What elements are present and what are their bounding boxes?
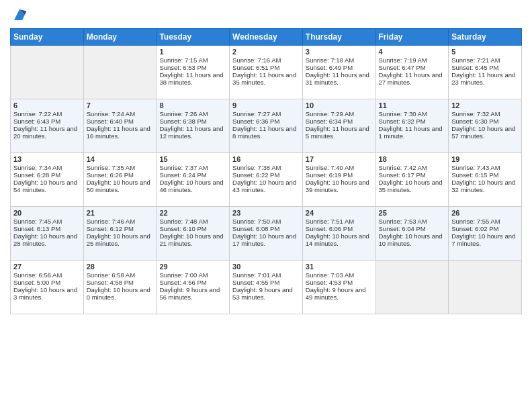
calendar-cell: 16Sunrise: 7:38 AMSunset: 6:22 PMDayligh… [230, 153, 303, 207]
day-detail: Sunset: 6:12 PM [87, 225, 154, 232]
day-detail: Sunrise: 7:21 AM [451, 56, 519, 64]
day-detail: Sunrise: 7:35 AM [87, 164, 154, 171]
day-detail: Sunrise: 7:26 AM [159, 110, 226, 118]
day-detail: Sunset: 6:38 PM [159, 118, 226, 125]
calendar-cell: 9Sunrise: 7:27 AMSunset: 6:36 PMDaylight… [230, 99, 303, 153]
day-detail: Daylight: 10 hours and 50 minutes. [87, 179, 154, 193]
day-detail: Sunset: 4:55 PM [232, 279, 300, 286]
day-number: 15 [159, 155, 226, 163]
calendar-cell: 14Sunrise: 7:35 AMSunset: 6:26 PMDayligh… [83, 153, 157, 207]
calendar-week-row: 20Sunrise: 7:45 AMSunset: 6:13 PMDayligh… [11, 207, 522, 261]
calendar-cell: 23Sunrise: 7:50 AMSunset: 6:08 PMDayligh… [230, 207, 303, 261]
calendar-cell [83, 46, 157, 99]
day-number: 29 [159, 263, 226, 271]
day-detail: Daylight: 11 hours and 1 minute. [379, 125, 446, 140]
day-number: 10 [306, 101, 373, 109]
calendar-week-row: 1Sunrise: 7:15 AMSunset: 6:53 PMDaylight… [11, 46, 522, 99]
day-detail: Daylight: 10 hours and 3 minutes. [13, 286, 81, 301]
day-number: 21 [87, 209, 154, 217]
day-detail: Daylight: 10 hours and 14 minutes. [306, 232, 373, 247]
day-number: 28 [87, 263, 154, 271]
day-detail: Daylight: 10 hours and 10 minutes. [379, 232, 446, 247]
day-detail: Sunset: 4:56 PM [159, 279, 226, 286]
calendar-cell: 31Sunrise: 7:03 AMSunset: 4:53 PMDayligh… [302, 261, 375, 314]
day-detail: Daylight: 11 hours and 16 minutes. [87, 125, 154, 140]
day-header-sunday: Sunday [11, 29, 84, 46]
day-detail: Sunrise: 7:15 AM [159, 56, 226, 64]
day-number: 12 [451, 101, 519, 109]
day-detail: Sunset: 6:13 PM [13, 225, 81, 232]
day-number: 27 [13, 263, 81, 271]
day-detail: Sunset: 6:19 PM [306, 171, 373, 179]
calendar-cell: 22Sunrise: 7:48 AMSunset: 6:10 PMDayligh… [157, 207, 230, 261]
day-detail: Sunrise: 7:48 AM [159, 218, 226, 225]
calendar-cell: 20Sunrise: 7:45 AMSunset: 6:13 PMDayligh… [11, 207, 84, 261]
day-detail: Sunset: 6:30 PM [451, 118, 519, 125]
calendar-cell: 1Sunrise: 7:15 AMSunset: 6:53 PMDaylight… [157, 46, 230, 99]
calendar-cell: 27Sunrise: 6:56 AMSunset: 5:00 PMDayligh… [11, 261, 84, 314]
calendar-cell: 19Sunrise: 7:43 AMSunset: 6:15 PMDayligh… [449, 153, 522, 207]
day-number: 31 [306, 263, 373, 271]
day-detail: Daylight: 10 hours and 7 minutes. [451, 232, 519, 247]
day-detail: Sunrise: 7:43 AM [451, 164, 519, 171]
day-detail: Daylight: 9 hours and 49 minutes. [306, 286, 373, 301]
day-number: 19 [451, 155, 519, 163]
day-number: 13 [13, 155, 81, 163]
day-detail: Sunset: 6:22 PM [232, 171, 300, 179]
day-number: 2 [232, 48, 300, 56]
calendar-header-row: SundayMondayTuesdayWednesdayThursdayFrid… [11, 29, 522, 46]
day-detail: Daylight: 11 hours and 38 minutes. [159, 71, 226, 86]
day-detail: Sunrise: 7:16 AM [232, 56, 300, 64]
day-detail: Sunrise: 7:50 AM [232, 218, 300, 225]
day-detail: Sunrise: 7:42 AM [379, 164, 446, 171]
day-detail: Sunrise: 7:24 AM [87, 110, 154, 118]
calendar-cell: 5Sunrise: 7:21 AMSunset: 6:45 PMDaylight… [449, 46, 522, 99]
day-detail: Sunset: 6:32 PM [379, 118, 446, 125]
day-detail: Sunrise: 7:00 AM [159, 271, 226, 279]
day-number: 9 [232, 101, 300, 109]
day-detail: Sunrise: 7:51 AM [306, 218, 373, 225]
day-detail: Sunset: 6:40 PM [87, 118, 154, 125]
calendar-cell: 13Sunrise: 7:34 AMSunset: 6:28 PMDayligh… [11, 153, 84, 207]
day-detail: Sunset: 6:51 PM [232, 64, 300, 71]
day-number: 30 [232, 263, 300, 271]
day-number: 6 [13, 101, 81, 109]
day-detail: Daylight: 10 hours and 39 minutes. [306, 179, 373, 193]
day-detail: Sunset: 6:06 PM [306, 225, 373, 232]
day-detail: Sunset: 6:45 PM [451, 64, 519, 71]
day-header-wednesday: Wednesday [230, 29, 303, 46]
day-detail: Daylight: 10 hours and 43 minutes. [232, 179, 300, 193]
day-detail: Daylight: 10 hours and 54 minutes. [13, 179, 81, 193]
day-detail: Sunset: 6:08 PM [232, 225, 300, 232]
calendar-cell: 7Sunrise: 7:24 AMSunset: 6:40 PMDaylight… [83, 99, 157, 153]
day-detail: Daylight: 11 hours and 12 minutes. [159, 125, 226, 140]
day-detail: Daylight: 11 hours and 5 minutes. [306, 125, 373, 140]
day-detail: Sunset: 6:24 PM [159, 171, 226, 179]
day-detail: Daylight: 10 hours and 46 minutes. [159, 179, 226, 193]
day-detail: Sunrise: 7:22 AM [13, 110, 81, 118]
calendar-cell: 17Sunrise: 7:40 AMSunset: 6:19 PMDayligh… [302, 153, 375, 207]
calendar-cell: 4Sunrise: 7:19 AMSunset: 6:47 PMDaylight… [375, 46, 449, 99]
calendar-cell: 2Sunrise: 7:16 AMSunset: 6:51 PMDaylight… [230, 46, 303, 99]
day-detail: Sunrise: 7:01 AM [232, 271, 300, 279]
day-number: 1 [159, 48, 226, 56]
day-detail: Sunset: 6:43 PM [13, 118, 81, 125]
day-detail: Sunset: 6:36 PM [232, 118, 300, 125]
day-number: 8 [159, 101, 226, 109]
calendar-cell [375, 261, 449, 314]
day-detail: Sunset: 4:58 PM [87, 279, 154, 286]
day-detail: Sunset: 6:49 PM [306, 64, 373, 71]
calendar-table: SundayMondayTuesdayWednesdayThursdayFrid… [10, 28, 522, 314]
day-detail: Sunrise: 6:56 AM [13, 271, 81, 279]
calendar-cell: 25Sunrise: 7:53 AMSunset: 6:04 PMDayligh… [375, 207, 449, 261]
day-detail: Daylight: 9 hours and 53 minutes. [232, 286, 300, 301]
day-detail: Sunrise: 7:45 AM [13, 218, 81, 225]
calendar-week-row: 13Sunrise: 7:34 AMSunset: 6:28 PMDayligh… [11, 153, 522, 207]
day-detail: Sunrise: 7:40 AM [306, 164, 373, 171]
day-detail: Sunset: 5:00 PM [13, 279, 81, 286]
calendar-cell: 30Sunrise: 7:01 AMSunset: 4:55 PMDayligh… [230, 261, 303, 314]
day-detail: Daylight: 10 hours and 25 minutes. [87, 232, 154, 247]
day-detail: Sunset: 6:10 PM [159, 225, 226, 232]
calendar-cell: 15Sunrise: 7:37 AMSunset: 6:24 PMDayligh… [157, 153, 230, 207]
day-detail: Sunrise: 7:03 AM [306, 271, 373, 279]
